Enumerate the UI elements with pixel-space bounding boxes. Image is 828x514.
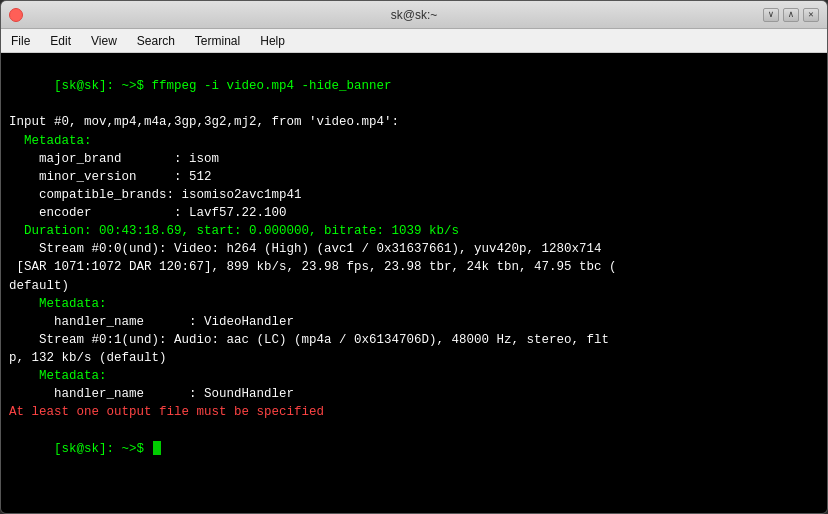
terminal-line: encoder : Lavf57.22.100 [9, 204, 819, 222]
terminal-line: Metadata: [9, 367, 819, 385]
close-icon[interactable]: ✕ [803, 8, 819, 22]
terminal-line: Duration: 00:43:18.69, start: 0.000000, … [9, 222, 819, 240]
terminal-line: handler_name : SoundHandler [9, 385, 819, 403]
menu-file[interactable]: File [1, 32, 40, 50]
terminal-line: Stream #0:1(und): Audio: aac (LC) (mp4a … [9, 331, 819, 349]
terminal-line: Input #0, mov,mp4,m4a,3gp,3g2,mj2, from … [9, 113, 819, 131]
terminal-output[interactable]: [sk@sk]: ~>$ ffmpeg -i video.mp4 -hide_b… [1, 53, 827, 513]
menu-view[interactable]: View [81, 32, 127, 50]
terminal-line: Stream #0:0(und): Video: h264 (High) (av… [9, 240, 819, 258]
terminal-line: default) [9, 277, 819, 295]
menu-help[interactable]: Help [250, 32, 295, 50]
close-button[interactable] [9, 8, 23, 22]
terminal-prompt-line: [sk@sk]: ~>$ [9, 422, 819, 476]
cursor [153, 441, 161, 455]
terminal-line: p, 132 kb/s (default) [9, 349, 819, 367]
prompt-text: [sk@sk]: ~>$ [54, 79, 152, 93]
prompt-text: [sk@sk]: ~>$ [54, 442, 152, 456]
scroll-up-icon[interactable]: ∧ [783, 8, 799, 22]
command-text: ffmpeg -i video.mp4 -hide_banner [152, 79, 392, 93]
window-right-controls: ∨ ∧ ✕ [763, 8, 819, 22]
terminal-error-line: At least one output file must be specifi… [9, 403, 819, 421]
window-controls [9, 8, 23, 22]
menu-terminal[interactable]: Terminal [185, 32, 250, 50]
scroll-down-icon[interactable]: ∨ [763, 8, 779, 22]
terminal-line: Metadata: [9, 295, 819, 313]
terminal-line: handler_name : VideoHandler [9, 313, 819, 331]
titlebar: sk@sk:~ ∨ ∧ ✕ [1, 1, 827, 29]
terminal-line: Metadata: [9, 132, 819, 150]
menu-edit[interactable]: Edit [40, 32, 81, 50]
window-title: sk@sk:~ [391, 8, 438, 22]
menubar: File Edit View Search Terminal Help [1, 29, 827, 53]
terminal-line: [SAR 1071:1072 DAR 120:67], 899 kb/s, 23… [9, 258, 819, 276]
terminal-line: major_brand : isom [9, 150, 819, 168]
terminal-window: sk@sk:~ ∨ ∧ ✕ File Edit View Search Term… [0, 0, 828, 514]
terminal-line: [sk@sk]: ~>$ ffmpeg -i video.mp4 -hide_b… [9, 59, 819, 113]
menu-search[interactable]: Search [127, 32, 185, 50]
terminal-line: compatible_brands: isomiso2avc1mp41 [9, 186, 819, 204]
terminal-line: minor_version : 512 [9, 168, 819, 186]
